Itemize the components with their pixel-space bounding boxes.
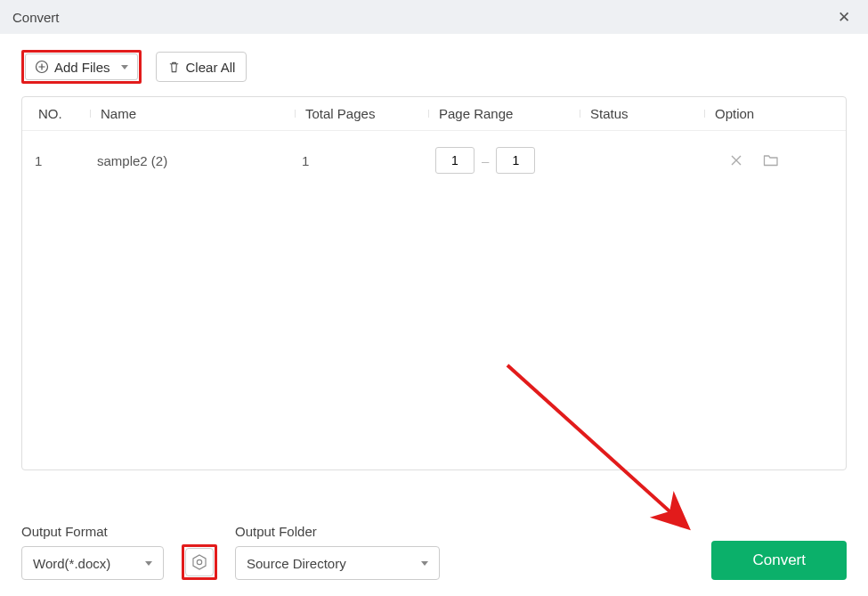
col-total-pages: Total Pages xyxy=(302,106,435,121)
file-table: NO. Name Total Pages Page Range Status O… xyxy=(21,96,847,470)
col-no: NO. xyxy=(35,106,97,121)
table-header: NO. Name Total Pages Page Range Status O… xyxy=(22,97,846,131)
format-settings-highlight xyxy=(182,544,217,580)
footer: Output Format Word(*.docx) Output Folder… xyxy=(21,524,847,580)
add-files-button[interactable]: Add Files xyxy=(25,53,138,80)
table-row: 1 sample2 (2) 1 – xyxy=(22,131,846,190)
col-option: Option xyxy=(711,106,833,121)
convert-button[interactable]: Convert xyxy=(711,541,847,580)
add-files-label: Add Files xyxy=(54,60,110,75)
remove-row-icon[interactable] xyxy=(729,153,743,167)
page-range-to-input[interactable] xyxy=(496,147,535,174)
clear-all-label: Clear All xyxy=(186,60,236,75)
page-range-from-input[interactable] xyxy=(435,147,475,174)
cell-page-range: – xyxy=(435,147,587,174)
toolbar: Add Files Clear All xyxy=(0,34,868,96)
output-format-field: Output Format Word(*.docx) xyxy=(21,524,164,580)
chevron-down-icon xyxy=(421,561,428,566)
output-folder-value: Source Directory xyxy=(247,556,346,571)
col-page-range: Page Range xyxy=(435,106,587,121)
output-folder-label: Output Folder xyxy=(235,524,440,539)
col-name: Name xyxy=(97,106,302,121)
output-format-label: Output Format xyxy=(21,524,164,539)
cell-name: sample2 (2) xyxy=(97,153,302,168)
convert-label: Convert xyxy=(752,551,806,568)
cell-no: 1 xyxy=(35,153,97,168)
clear-all-button[interactable]: Clear All xyxy=(156,52,247,82)
plus-circle-icon xyxy=(35,60,49,74)
window-title: Convert xyxy=(12,10,60,25)
add-files-highlight: Add Files xyxy=(21,50,142,84)
col-status: Status xyxy=(587,106,711,121)
cell-option xyxy=(711,153,833,167)
close-icon[interactable]: ✕ xyxy=(832,4,856,30)
titlebar: Convert ✕ xyxy=(0,0,868,34)
cell-total-pages: 1 xyxy=(302,153,435,168)
chevron-down-icon xyxy=(121,65,128,69)
range-dash: – xyxy=(482,153,489,168)
gear-icon xyxy=(191,554,207,570)
svg-marker-1 xyxy=(193,555,206,569)
open-folder-icon[interactable] xyxy=(763,153,779,167)
chevron-down-icon xyxy=(145,561,152,566)
output-folder-select[interactable]: Source Directory xyxy=(235,546,440,580)
trash-icon xyxy=(167,61,181,74)
output-folder-field: Output Folder Source Directory xyxy=(235,524,440,580)
svg-point-2 xyxy=(197,559,201,564)
output-format-select[interactable]: Word(*.docx) xyxy=(21,546,164,580)
output-format-value: Word(*.docx) xyxy=(33,556,110,571)
format-settings-button[interactable] xyxy=(185,548,214,576)
